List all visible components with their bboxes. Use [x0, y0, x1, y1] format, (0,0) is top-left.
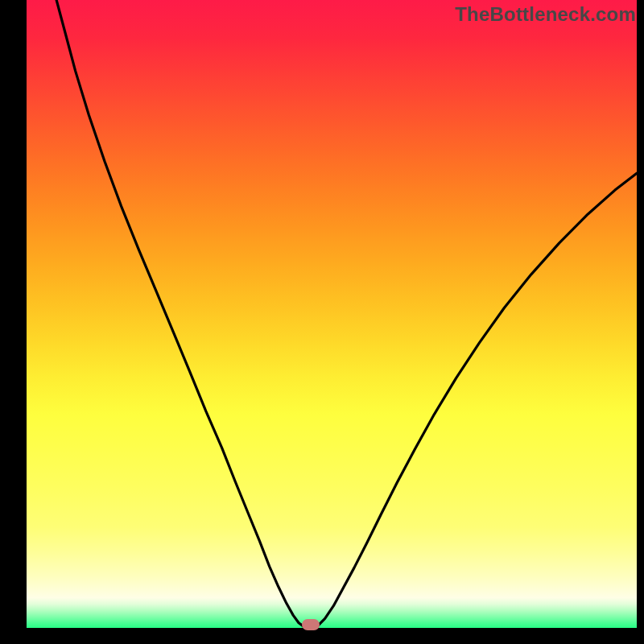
watermark-text: TheBottleneck.com	[455, 3, 636, 26]
plot-area	[27, 0, 637, 628]
chart-stage: TheBottleneck.com	[0, 0, 644, 644]
optimal-point-marker	[302, 619, 320, 630]
svg-rect-0	[27, 0, 637, 628]
gradient-background	[27, 0, 637, 628]
